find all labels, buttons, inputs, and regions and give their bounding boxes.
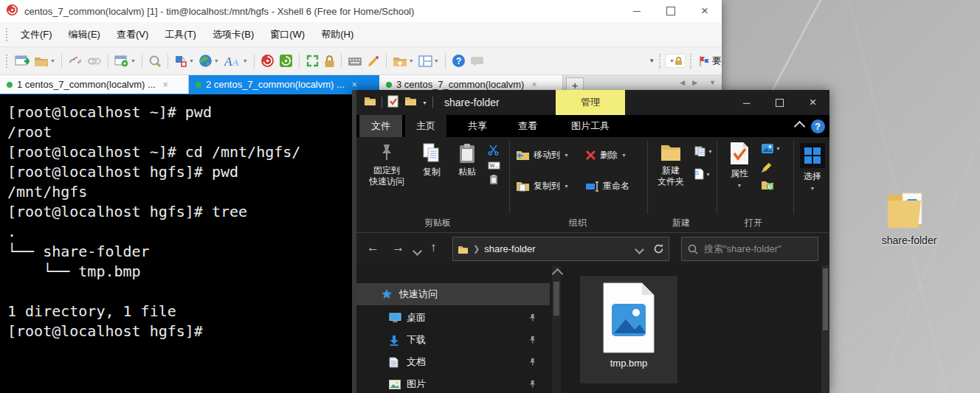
paste-shortcut-button[interactable]	[489, 174, 498, 185]
lock-screen-icon[interactable]	[322, 52, 337, 71]
address-path[interactable]: share-folder	[484, 243, 632, 254]
new-folder-button[interactable]: 新建 文件夹	[650, 143, 691, 187]
edit-button[interactable]	[761, 162, 772, 173]
menu-edit[interactable]: 编辑(E)	[61, 25, 108, 44]
delete-button[interactable]: 删除▼	[585, 149, 627, 161]
menu-help[interactable]: 帮助(H)	[313, 25, 362, 44]
copy-path-button[interactable]: W...	[488, 161, 500, 170]
tab-view[interactable]: 查看	[507, 115, 548, 137]
highlight-icon[interactable]	[365, 52, 382, 71]
sidebar-item-downloads[interactable]: 下载	[356, 329, 550, 351]
dropdown-caret-icon[interactable]: ▼	[409, 58, 414, 63]
tab-home[interactable]: 主页	[405, 115, 446, 137]
address-bar[interactable]: ❯ share-folder	[452, 237, 669, 261]
dropdown-caret-icon[interactable]: ▼	[214, 58, 219, 63]
tab-share[interactable]: 共享	[457, 115, 498, 137]
content-scrollbar[interactable]	[821, 265, 829, 393]
rename-button[interactable]: 重命名	[585, 180, 629, 192]
copy-button[interactable]: 复制	[415, 143, 448, 178]
ribbon-collapse-button[interactable]	[790, 115, 808, 137]
up-button[interactable]: ↑	[430, 240, 437, 255]
file-item-tmp-bmp[interactable]: tmp.bmp	[580, 276, 677, 383]
xftp-icon[interactable]	[277, 52, 295, 71]
compose-pane-icon[interactable]: ▼	[172, 52, 196, 71]
xshell-maximize-button[interactable]	[654, 0, 688, 22]
xshell-session-icon[interactable]	[258, 52, 277, 71]
search-box[interactable]: 搜索"share-folder"	[681, 237, 818, 261]
scroll-up-icon[interactable]	[552, 268, 564, 280]
tab-list-menu-icon[interactable]: ▼	[709, 79, 716, 86]
disconnect-icon[interactable]	[66, 52, 85, 71]
move-to-button[interactable]: 移动到▼	[516, 149, 569, 161]
refresh-icon[interactable]	[653, 243, 664, 254]
tab-scroll-right-icon[interactable]: ▶	[692, 79, 697, 86]
paste-button[interactable]: 粘贴	[452, 143, 482, 178]
virtual-keyboard-icon[interactable]	[345, 52, 365, 71]
open-picture-button[interactable]: ▼	[761, 143, 781, 154]
encoding-globe-icon[interactable]: ▼	[196, 52, 221, 71]
font-icon[interactable]: AA▼	[221, 52, 250, 71]
new-folder-icon[interactable]: ▼	[390, 52, 416, 71]
explorer-close-button[interactable]: ×	[796, 90, 829, 115]
menu-view[interactable]: 查看(V)	[108, 25, 156, 44]
tab-close-icon[interactable]: ×	[352, 80, 357, 90]
history-button[interactable]	[761, 180, 774, 190]
menu-tabs[interactable]: 选项卡(B)	[204, 25, 262, 44]
session-tab-2[interactable]: 2 centos_7_common(localvm) ... ×	[189, 75, 379, 94]
cut-button[interactable]	[488, 145, 499, 156]
dropdown-caret-icon[interactable]: ▼	[50, 58, 55, 63]
select-button[interactable]: 选择 ▼	[798, 143, 827, 194]
qat-properties-icon[interactable]	[387, 95, 398, 111]
new-item-button[interactable]: ▼	[694, 168, 711, 180]
tab-close-icon[interactable]: ×	[163, 80, 168, 90]
reconnect-icon[interactable]	[85, 52, 104, 71]
pin-to-quick-access-button[interactable]: 固定到 快速访问	[362, 143, 411, 187]
sidebar-scrollbar[interactable]	[552, 265, 561, 393]
recent-locations-caret[interactable]	[414, 244, 421, 257]
new-session-icon[interactable]	[13, 52, 32, 71]
dropdown-caret-icon[interactable]: ▼	[131, 58, 136, 63]
forward-button[interactable]: →	[392, 240, 404, 255]
session-properties-icon[interactable]: ▼	[112, 52, 138, 71]
dropdown-caret-icon[interactable]: ▼	[243, 58, 248, 63]
tab-picture-tools[interactable]: 图片工具	[556, 115, 625, 137]
find-icon[interactable]	[146, 52, 164, 71]
toolbar-overflow-caret-icon[interactable]: ▼	[649, 58, 655, 64]
scrollbar-thumb[interactable]	[553, 282, 559, 316]
dropdown-caret-icon[interactable]: ▼	[434, 58, 439, 63]
explorer-minimize-button[interactable]: ─	[730, 90, 763, 115]
qat-customize-caret-icon[interactable]: ▼	[422, 100, 427, 105]
tab-file[interactable]: 文件	[359, 115, 402, 137]
qat-new-folder-icon[interactable]	[404, 96, 417, 109]
address-dropdown-caret[interactable]	[636, 243, 643, 256]
fullscreen-icon[interactable]	[303, 52, 322, 71]
back-button[interactable]: ←	[367, 240, 379, 255]
sidebar-item-quick-access[interactable]: 快速访问	[356, 283, 550, 305]
xshell-close-button[interactable]: ×	[688, 0, 722, 22]
session-tab-1[interactable]: 1 centos_7_common(localvm) ... ×	[0, 75, 189, 94]
easy-access-button[interactable]: ▼	[694, 146, 713, 156]
menu-tools[interactable]: 工具(T)	[156, 25, 204, 44]
tab-scroll-left-icon[interactable]: ◀	[680, 79, 685, 86]
explorer-maximize-button[interactable]	[763, 90, 796, 115]
open-session-icon[interactable]: ▼	[32, 52, 58, 71]
menu-file[interactable]: 文件(F)	[13, 25, 61, 44]
menu-window[interactable]: 窗口(W)	[262, 25, 313, 44]
sidebar-item-desktop[interactable]: 桌面	[356, 307, 550, 329]
properties-button[interactable]: 属性 ▼	[724, 142, 755, 191]
desktop-shortcut-share-folder[interactable]: share-folder	[877, 190, 942, 246]
tab-close-icon[interactable]: ×	[531, 80, 536, 90]
ribbon-help-button[interactable]: ?	[808, 115, 827, 137]
dropdown-caret-icon[interactable]: ▼	[189, 58, 194, 63]
message-icon[interactable]	[468, 52, 486, 71]
sidebar-item-documents[interactable]: 文档	[356, 351, 550, 373]
lock-toolbar-button[interactable]: ▼	[665, 54, 686, 68]
explorer-titlebar[interactable]: ▼ share-folder 管理 ─ ×	[356, 90, 829, 115]
xshell-minimize-button[interactable]: ─	[620, 0, 654, 22]
sidebar-item-pictures[interactable]: 图片	[356, 373, 550, 393]
flag-icon[interactable]	[696, 52, 712, 71]
copy-to-button[interactable]: 复制到▼	[516, 180, 569, 192]
help-icon[interactable]: ?	[449, 52, 468, 71]
tile-layout-icon[interactable]: ▼	[416, 52, 441, 71]
scrollbar-thumb[interactable]	[823, 268, 828, 330]
